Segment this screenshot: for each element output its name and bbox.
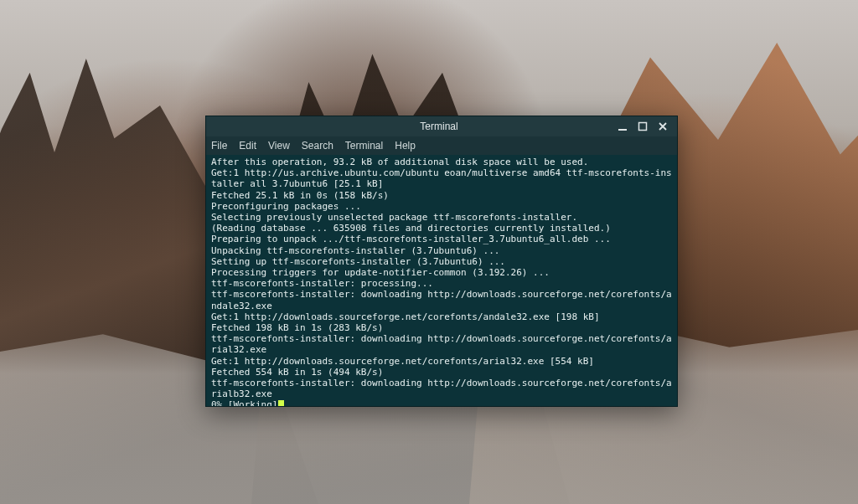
terminal-line: Setting up ttf-mscorefonts-installer (3.… — [211, 256, 672, 267]
terminal-line: Unpacking ttf-mscorefonts-installer (3.7… — [211, 245, 672, 256]
menu-edit[interactable]: Edit — [239, 140, 256, 152]
terminal-line: ttf-mscorefonts-installer: downloading h… — [211, 289, 672, 311]
svg-rect-1 — [639, 123, 647, 131]
menu-file[interactable]: File — [211, 140, 227, 152]
menu-help[interactable]: Help — [395, 140, 416, 152]
terminal-line: Fetched 198 kB in 1s (283 kB/s) — [211, 322, 672, 333]
terminal-line: Get:1 http://us.archive.ubuntu.com/ubunt… — [211, 167, 672, 189]
terminal-line: Get:1 http://downloads.sourceforge.net/c… — [211, 311, 672, 322]
terminal-line: Preparing to unpack .../ttf-mscorefonts-… — [211, 234, 672, 244]
terminal-line: Processing triggers for update-notifier-… — [211, 267, 672, 278]
minimize-button[interactable] — [617, 121, 628, 132]
window-title: Terminal — [420, 121, 457, 132]
terminal-line: Get:1 http://downloads.sourceforge.net/c… — [211, 356, 672, 367]
menu-search[interactable]: Search — [302, 140, 333, 152]
terminal-line: 0% [Working] — [211, 399, 672, 406]
terminal-viewport[interactable]: After this operation, 93.2 kB of additio… — [206, 155, 677, 406]
menu-view[interactable]: View — [268, 140, 290, 152]
terminal-cursor — [278, 400, 284, 406]
terminal-line: ttf-mscorefonts-installer: downloading h… — [211, 333, 672, 355]
terminal-window[interactable]: Terminal File Edit View Search Terminal … — [205, 116, 678, 407]
maximize-button[interactable] — [637, 121, 649, 132]
terminal-line: After this operation, 93.2 kB of additio… — [211, 157, 672, 167]
terminal-line: Selecting previously unselected package … — [211, 212, 672, 223]
terminal-line: (Reading database ... 635908 files and d… — [211, 223, 672, 234]
svg-rect-0 — [618, 129, 627, 131]
terminal-line: Fetched 554 kB in 1s (494 kB/s) — [211, 367, 672, 378]
terminal-line: Fetched 25.1 kB in 0s (158 kB/s) — [211, 190, 672, 201]
terminal-line: ttf-mscorefonts-installer: downloading h… — [211, 378, 672, 399]
menu-terminal[interactable]: Terminal — [345, 140, 383, 152]
menubar: File Edit View Search Terminal Help — [206, 136, 677, 155]
window-titlebar[interactable]: Terminal — [206, 116, 677, 136]
terminal-line: Preconfiguring packages ... — [211, 201, 672, 212]
close-button[interactable] — [657, 121, 669, 132]
terminal-line: ttf-mscorefonts-installer: processing... — [211, 278, 672, 289]
desktop-wallpaper: Terminal File Edit View Search Terminal … — [0, 0, 858, 504]
terminal-output[interactable]: After this operation, 93.2 kB of additio… — [211, 157, 672, 406]
